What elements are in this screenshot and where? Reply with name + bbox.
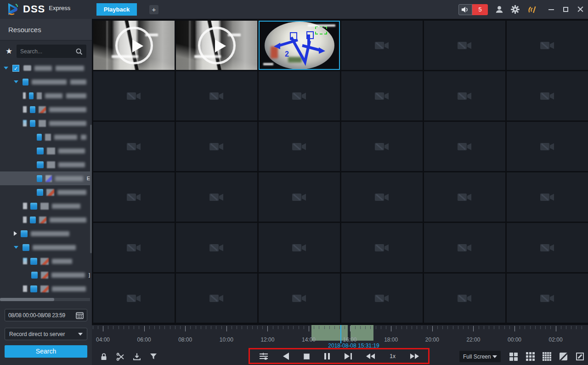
scrollbar-thumb[interactable] (0, 298, 54, 301)
video-tile[interactable] (93, 21, 175, 70)
lock-button[interactable] (99, 352, 108, 361)
video-tile[interactable] (176, 274, 257, 323)
video-tile[interactable] (424, 71, 505, 120)
favorites-star-icon[interactable]: ★ (6, 46, 12, 56)
video-tile[interactable] (507, 21, 588, 70)
tab-playback[interactable]: Playback (96, 3, 137, 16)
video-tile[interactable] (341, 274, 423, 323)
video-tile[interactable] (176, 122, 257, 171)
video-tile[interactable] (176, 172, 257, 222)
audio-alarm-button[interactable] (458, 4, 472, 15)
tree-item[interactable] (0, 213, 90, 227)
video-tile[interactable] (341, 21, 423, 70)
tree-item[interactable] (0, 185, 90, 199)
video-tile[interactable] (424, 223, 505, 272)
maximize-button[interactable] (563, 7, 568, 12)
stop-button[interactable] (304, 351, 310, 362)
tree-vertical-scrollbar[interactable] (90, 125, 92, 253)
video-tile[interactable] (259, 223, 340, 272)
tree-item[interactable] (0, 144, 90, 158)
download-button[interactable] (132, 352, 141, 361)
video-tile[interactable] (507, 172, 588, 222)
tree-item[interactable] (0, 158, 90, 171)
video-tile[interactable] (341, 71, 423, 120)
video-tile[interactable] (424, 274, 505, 323)
tree-item[interactable] (0, 254, 90, 268)
speed-indicator[interactable]: 1x (390, 351, 396, 362)
tree-item[interactable]: ] (0, 268, 90, 282)
close-button[interactable] (577, 6, 583, 12)
search-button[interactable]: Search (5, 345, 87, 358)
calendar-icon[interactable] (76, 312, 84, 319)
original-scale-button[interactable] (575, 352, 584, 361)
date-range-input[interactable]: 08/08 00:00-08/08 23:59 (5, 309, 87, 321)
tree-horizontal-scrollbar[interactable] (0, 298, 90, 301)
video-tile[interactable] (259, 71, 340, 120)
video-tile[interactable] (259, 274, 340, 323)
video-tile[interactable] (341, 223, 423, 272)
video-tile[interactable] (93, 172, 175, 222)
search-icon[interactable] (75, 48, 83, 55)
filter-button[interactable] (149, 352, 158, 361)
speed-down-button[interactable] (366, 351, 375, 362)
tree-item[interactable] (0, 103, 90, 116)
user-button[interactable] (495, 6, 503, 13)
tree-item[interactable] (0, 116, 90, 130)
play-overlay-button[interactable] (198, 27, 236, 64)
video-tile[interactable] (93, 223, 175, 272)
tree-item[interactable]: ✓ (0, 61, 90, 75)
video-tile[interactable] (341, 122, 423, 171)
tree-item[interactable] (0, 240, 90, 254)
add-tab-button[interactable]: + (149, 5, 158, 14)
video-tile[interactable] (507, 274, 588, 323)
tree-checkbox[interactable]: ✓ (12, 65, 19, 72)
video-tile[interactable] (93, 122, 175, 171)
video-tile[interactable] (424, 21, 505, 70)
tree-item[interactable]: E (0, 171, 90, 185)
reverse-play-button[interactable] (283, 351, 289, 362)
custom-split-button[interactable] (559, 352, 568, 361)
tree-item[interactable] (0, 227, 90, 240)
pause-button[interactable] (324, 351, 330, 362)
tree-item[interactable] (0, 130, 90, 144)
expand-arrow-icon[interactable] (14, 80, 18, 83)
video-tile[interactable] (259, 122, 340, 171)
video-tile[interactable] (507, 223, 588, 272)
record-type-select[interactable]: Record direct to server (5, 328, 87, 340)
play-overlay-button[interactable] (115, 27, 153, 64)
network-status-button[interactable] (527, 5, 537, 14)
tree-item[interactable] (0, 75, 90, 89)
next-frame-button[interactable] (345, 351, 352, 362)
alarm-count-badge[interactable]: 5 (472, 4, 488, 15)
video-tile[interactable] (93, 274, 175, 323)
video-tile[interactable] (507, 71, 588, 120)
video-tile[interactable] (424, 122, 505, 171)
resource-search-input[interactable]: Search... (17, 45, 86, 58)
video-tile[interactable] (176, 21, 257, 70)
tree-item[interactable] (0, 199, 90, 213)
minimize-button[interactable] (548, 9, 554, 10)
layout-3x3-button[interactable] (526, 352, 535, 361)
settings-button[interactable] (511, 5, 520, 14)
video-tile[interactable] (176, 223, 257, 272)
video-tile[interactable] (341, 172, 423, 222)
collapse-arrow-icon[interactable] (14, 231, 17, 236)
tree-item[interactable] (0, 282, 90, 296)
record-type-filter-button[interactable] (259, 351, 268, 362)
playback-timeline[interactable]: 04:0006:0008:0010:0012:0014:0016:0018:00… (92, 323, 588, 348)
tree-item[interactable] (0, 89, 90, 103)
clip-button[interactable] (116, 352, 125, 361)
video-tile[interactable] (424, 172, 505, 222)
video-tile[interactable] (507, 122, 588, 171)
video-tile[interactable] (176, 71, 257, 120)
speed-up-button[interactable] (410, 351, 419, 362)
expand-arrow-icon[interactable] (4, 67, 8, 69)
fullscreen-select[interactable]: Full Screen (459, 351, 501, 362)
video-tile[interactable]: 2 (259, 21, 340, 70)
timeline-playhead[interactable] (340, 325, 341, 343)
video-tile[interactable] (93, 71, 175, 120)
expand-arrow-icon[interactable] (14, 246, 18, 249)
video-tile[interactable] (259, 172, 340, 222)
layout-4x4-button[interactable] (542, 352, 551, 361)
layout-2x2-button[interactable] (509, 352, 518, 361)
